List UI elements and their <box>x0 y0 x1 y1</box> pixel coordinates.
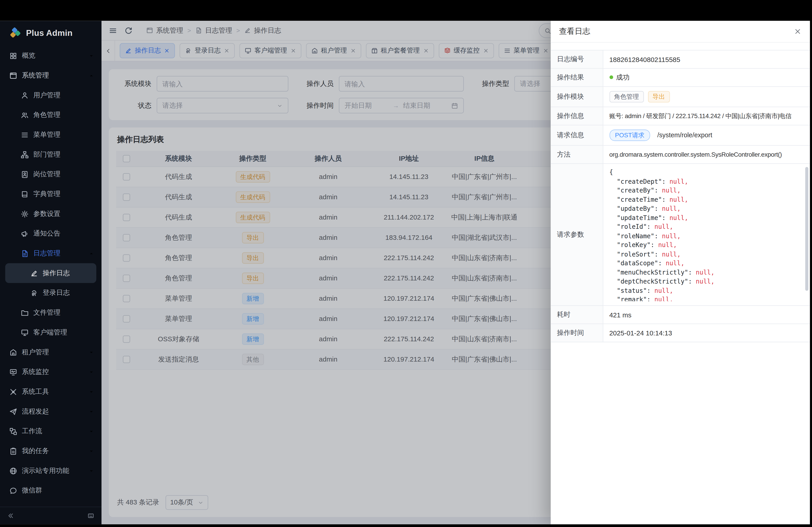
method-value: org.dromara.system.controller.system.Sys… <box>603 146 810 164</box>
row-result: 操作结果 成功 <box>551 68 810 87</box>
result-value: 成功 <box>603 68 810 87</box>
drawer-header: 查看日志 <box>551 21 810 43</box>
row-log-id: 日志编号 1882612840802115585 <box>551 50 810 69</box>
row-module: 操作模块 角色管理 导出 <box>551 87 810 107</box>
drawer-title: 查看日志 <box>559 27 590 36</box>
app-window: Plus Admin 概览 系统管理 用户管理 角色管理 菜单管理 部门管理 岗… <box>0 21 810 524</box>
json-params-code: { "createDept": null, "createBy": null, … <box>609 168 804 301</box>
module-value: 角色管理 导出 <box>603 87 810 107</box>
time-value: 2025-01-24 10:14:13 <box>603 324 810 342</box>
success-dot <box>609 76 613 79</box>
request-url: /system/role/export <box>657 132 712 139</box>
duration-value: 421 ms <box>603 306 810 324</box>
scrollbar-thumb[interactable] <box>805 167 808 291</box>
close-icon[interactable] <box>794 28 802 35</box>
screen: Plus Admin 概览 系统管理 用户管理 角色管理 菜单管理 部门管理 岗… <box>0 0 812 527</box>
row-info: 操作信息 账号: admin / 研发部门 / 222.175.114.242 … <box>551 107 810 125</box>
row-params: 请求参数 { "createDept": null, "createBy": n… <box>551 164 810 306</box>
action-tag: 导出 <box>648 91 670 103</box>
info-value: 账号: admin / 研发部门 / 222.175.114.242 / 中国|… <box>603 107 810 125</box>
row-request: 请求信息 POST请求 /system/role/export <box>551 125 810 146</box>
row-duration: 耗时 421 ms <box>551 306 810 324</box>
row-method: 方法 org.dromara.system.controller.system.… <box>551 146 810 164</box>
request-value: POST请求 /system/role/export <box>603 125 810 146</box>
row-time: 操作时间 2025-01-24 10:14:13 <box>551 324 810 342</box>
log-id-value: 1882612840802115585 <box>603 50 810 69</box>
params-value: { "createDept": null, "createBy": null, … <box>603 164 810 306</box>
module-tag: 角色管理 <box>609 91 643 103</box>
post-method-tag: POST请求 <box>609 130 650 141</box>
drawer-body: 日志编号 1882612840802115585 操作结果 成功 操作模块 角色… <box>551 43 810 524</box>
view-log-drawer: 查看日志 日志编号 1882612840802115585 操作结果 成功 操作… <box>551 21 810 524</box>
log-detail-table: 日志编号 1882612840802115585 操作结果 成功 操作模块 角色… <box>551 50 810 342</box>
